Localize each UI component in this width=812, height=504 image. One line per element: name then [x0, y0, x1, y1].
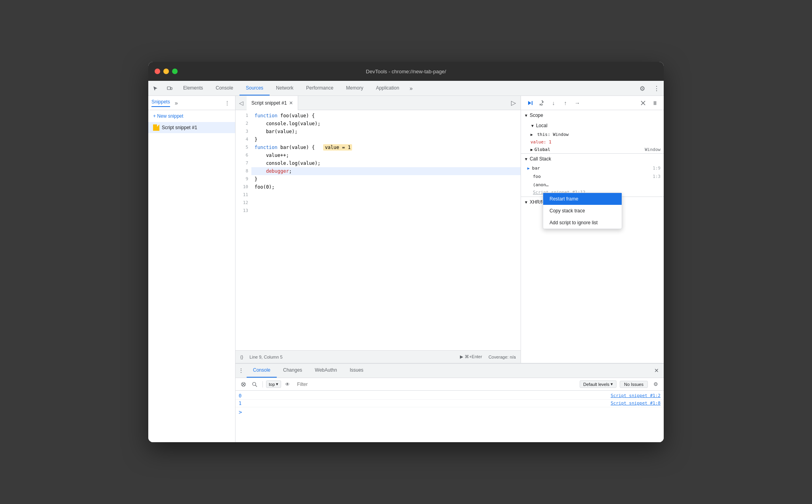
code-line-10: } — [251, 175, 521, 183]
code-line-2: console.log(value); — [251, 120, 521, 128]
resume-button[interactable] — [524, 97, 535, 109]
call-stack-section: ▼ Call Stack ▶ bar 1:9 foo — [521, 154, 664, 197]
editor-tab-bar: ◁ Script snippet #1 ✕ ▷ — [236, 96, 521, 110]
clear-console-icon[interactable] — [239, 380, 248, 389]
step-over-button[interactable] — [536, 97, 547, 109]
bottom-tab-webauthn[interactable]: WebAuthn — [308, 363, 343, 378]
local-header[interactable]: ▼ Local — [521, 120, 664, 131]
line-num-1: 1 — [236, 112, 251, 120]
line-num-13: 13 — [236, 207, 251, 215]
call-stack-header[interactable]: ▼ Call Stack — [521, 154, 664, 164]
toolbar-separator — [262, 381, 263, 388]
device-toolbar-icon[interactable] — [163, 81, 177, 95]
ctx-copy-stack-trace[interactable]: Copy stack trace — [543, 205, 622, 217]
scope-header[interactable]: ▼ Scope — [521, 110, 664, 120]
global-row[interactable]: ▶ Global Window — [521, 146, 664, 153]
more-tabs-button[interactable]: » — [406, 81, 417, 95]
svg-rect-3 — [532, 101, 532, 105]
code-editor[interactable]: 1 2 3 4 5 6 7 8 9 10 11 12 13 — [236, 110, 521, 350]
console-settings-icon[interactable]: ⚙ — [651, 380, 661, 389]
default-levels-selector[interactable]: Default levels ▾ — [580, 380, 617, 388]
top-context-label: top — [269, 382, 275, 387]
tab-memory[interactable]: Memory — [340, 81, 370, 95]
run-command[interactable]: ▶ ⌘+Enter — [460, 354, 482, 359]
pretty-print-button[interactable]: {} — [240, 355, 243, 359]
run-shortcut: ⌘+Enter — [465, 354, 482, 359]
ctx-add-to-ignore[interactable]: Add script to ignore list — [543, 217, 622, 229]
top-context-selector[interactable]: top ▾ — [266, 380, 281, 388]
tab-application[interactable]: Application — [370, 81, 406, 95]
sidebar-options-icon[interactable]: ⋮ — [222, 98, 232, 108]
bottom-panel-close-icon[interactable]: ✕ — [649, 363, 664, 378]
step-button[interactable]: → — [572, 97, 583, 109]
more-options-icon[interactable]: ⋮ — [649, 81, 664, 95]
ctx-restart-frame[interactable]: Restart frame — [543, 193, 622, 205]
code-line-6: function bar(value) { value = 1 — [251, 143, 521, 151]
minimize-button[interactable] — [163, 69, 169, 74]
code-line-12: foo(0); — [251, 183, 521, 191]
window-title: DevTools - chrome://new-tab-page/ — [366, 69, 446, 74]
console-source-1[interactable]: Script snippet #1:8 — [611, 401, 661, 406]
local-arrow-icon: ▼ — [530, 124, 534, 128]
line-num-11: 11 — [236, 191, 251, 199]
snippets-tab-label[interactable]: Snippets — [151, 99, 170, 107]
active-frame-icon: ▶ — [527, 166, 530, 170]
frame-foo-location: 1:3 — [653, 174, 661, 179]
close-button[interactable] — [155, 69, 160, 74]
this-prop: this: — [537, 132, 553, 137]
svg-point-6 — [253, 382, 256, 386]
cursor-icon[interactable] — [148, 81, 163, 95]
bottom-tab-changes[interactable]: Changes — [277, 363, 308, 378]
frame-bar-location: 1:9 — [653, 166, 661, 171]
console-toolbar: top ▾ 👁 Default levels ▾ No Issues ⚙ — [236, 378, 664, 391]
editor-tab-snippet[interactable]: Script snippet #1 ✕ — [247, 96, 298, 110]
editor-navigate-back-icon[interactable]: ◁ — [236, 96, 247, 110]
editor-tab-close-icon[interactable]: ✕ — [289, 100, 293, 106]
step-into-button[interactable]: ↓ — [548, 97, 559, 109]
levels-dropdown-icon: ▾ — [611, 382, 613, 387]
sidebar-more-icon[interactable]: » — [172, 98, 181, 108]
line-num-2: 2 — [236, 120, 251, 128]
tab-network[interactable]: Network — [270, 81, 300, 95]
call-stack-bar[interactable]: ▶ bar 1:9 — [521, 164, 664, 172]
bottom-options-icon[interactable]: ⋮ — [236, 363, 247, 378]
call-stack-arrow-icon: ▼ — [524, 157, 528, 161]
devtools-tab-bar: Elements Console Sources Network Perform… — [148, 81, 664, 96]
context-menu: Restart frame Copy stack trace Add scrip… — [543, 193, 622, 229]
scope-this-item: ▶ this: Window — [521, 131, 664, 138]
line-num-9: 9 — [236, 175, 251, 183]
tab-performance[interactable]: Performance — [300, 81, 340, 95]
line-numbers: 1 2 3 4 5 6 7 8 9 10 11 12 13 — [236, 110, 251, 350]
console-prompt[interactable]: > — [236, 407, 664, 417]
title-bar: DevTools - chrome://new-tab-page/ — [148, 62, 664, 81]
console-filter-input[interactable] — [294, 380, 576, 389]
top-context-dropdown-icon: ▾ — [276, 382, 278, 387]
bottom-tab-issues[interactable]: Issues — [343, 363, 370, 378]
no-issues-button[interactable]: No Issues — [620, 381, 648, 388]
deactivate-breakpoints-icon[interactable] — [638, 97, 649, 109]
call-stack-foo[interactable]: foo 1:3 — [521, 172, 664, 181]
line-num-10: 10 — [236, 183, 251, 191]
tab-elements[interactable]: Elements — [177, 81, 209, 95]
new-snippet-button[interactable]: + New snippet — [148, 110, 235, 122]
svg-marker-2 — [528, 101, 531, 105]
run-snippet-icon[interactable]: ▷ — [506, 96, 521, 110]
maximize-button[interactable] — [172, 69, 178, 74]
filter-icon[interactable] — [250, 380, 259, 389]
call-stack-anon[interactable]: (anon… — [521, 181, 664, 189]
eye-icon[interactable]: 👁 — [283, 380, 292, 389]
console-source-0[interactable]: Script snippet #1:2 — [611, 393, 661, 398]
snippet-item[interactable]: Script snippet #1 — [148, 122, 235, 133]
local-label: Local — [536, 123, 548, 128]
svg-line-7 — [255, 385, 257, 387]
frame-anon-name: (anon… — [533, 182, 549, 187]
editor-tab-label: Script snippet #1 — [251, 100, 287, 106]
tab-sources[interactable]: Sources — [239, 81, 270, 95]
settings-icon[interactable]: ⚙ — [635, 81, 649, 95]
svg-rect-1 — [170, 88, 172, 90]
bottom-tab-console[interactable]: Console — [247, 363, 277, 378]
step-out-button[interactable]: ↑ — [560, 97, 571, 109]
pause-on-exceptions-icon[interactable]: ⏸ — [649, 97, 661, 109]
tab-console[interactable]: Console — [209, 81, 239, 95]
this-expand-icon[interactable]: ▶ — [530, 132, 533, 137]
